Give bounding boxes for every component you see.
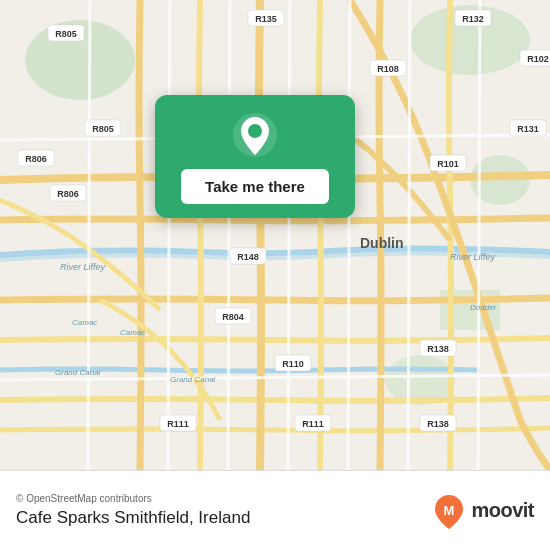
svg-text:River Liffey: River Liffey	[450, 252, 496, 262]
svg-text:R804: R804	[222, 312, 244, 322]
bottom-bar: © OpenStreetMap contributors Cafe Sparks…	[0, 470, 550, 550]
popup-card[interactable]: Take me there	[155, 95, 355, 218]
moovit-icon: M	[431, 493, 467, 529]
svg-text:R135: R135	[255, 14, 277, 24]
svg-text:R111: R111	[302, 419, 324, 429]
svg-text:Dodder: Dodder	[470, 303, 497, 312]
svg-text:Grand Canal: Grand Canal	[170, 375, 216, 384]
svg-text:M: M	[444, 503, 455, 518]
svg-text:Dublin: Dublin	[360, 235, 404, 251]
svg-text:R138: R138	[427, 344, 449, 354]
bottom-left: © OpenStreetMap contributors Cafe Sparks…	[16, 493, 250, 528]
svg-text:R148: R148	[237, 252, 259, 262]
copyright-text: © OpenStreetMap contributors	[16, 493, 250, 504]
svg-text:R101: R101	[437, 159, 459, 169]
svg-text:R108: R108	[377, 64, 399, 74]
svg-text:Camac: Camac	[120, 328, 145, 337]
svg-text:R806: R806	[57, 189, 79, 199]
location-pin-icon	[231, 111, 279, 159]
location-name: Cafe Sparks Smithfield, Ireland	[16, 508, 250, 528]
svg-text:R138: R138	[427, 419, 449, 429]
svg-text:R805: R805	[55, 29, 77, 39]
map-svg: R805 R135 R135 R132 R108 R806 R805 R806 …	[0, 0, 550, 470]
svg-text:R110: R110	[282, 359, 304, 369]
svg-text:R111: R111	[167, 419, 189, 429]
svg-text:R102: R102	[527, 54, 549, 64]
svg-point-51	[248, 124, 262, 138]
moovit-text: moovit	[471, 499, 534, 522]
svg-text:R132: R132	[462, 14, 484, 24]
svg-text:Camac: Camac	[72, 318, 97, 327]
take-me-there-button[interactable]: Take me there	[181, 169, 329, 204]
svg-text:River Liffey: River Liffey	[60, 262, 106, 272]
svg-text:R805: R805	[92, 124, 114, 134]
map-container: R805 R135 R135 R132 R108 R806 R805 R806 …	[0, 0, 550, 470]
svg-text:R131: R131	[517, 124, 539, 134]
svg-text:R806: R806	[25, 154, 47, 164]
svg-text:Grand Canal: Grand Canal	[55, 368, 101, 377]
moovit-logo[interactable]: M moovit	[431, 493, 534, 529]
